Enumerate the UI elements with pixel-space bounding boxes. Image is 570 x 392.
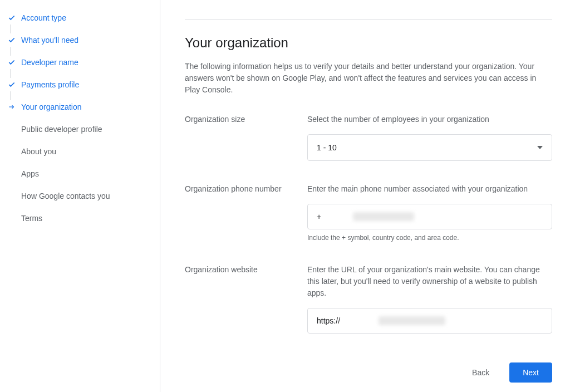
step-about-you[interactable]: About you: [0, 140, 160, 163]
wizard-sidebar: Account type What you'll need Developer …: [0, 0, 160, 392]
step-your-organization[interactable]: Your organization: [0, 96, 160, 118]
step-label: Public developer profile: [21, 125, 102, 134]
step-apps[interactable]: Apps: [0, 163, 160, 185]
organization-phone-input[interactable]: [307, 204, 552, 229]
organization-size-select[interactable]: 1 - 10: [307, 134, 552, 161]
check-icon: [8, 58, 21, 66]
next-button[interactable]: Next: [509, 362, 552, 383]
step-label: Terms: [21, 214, 42, 223]
step-public-developer-profile[interactable]: Public developer profile: [0, 118, 160, 140]
redacted-content: [379, 316, 445, 325]
divider: [185, 19, 552, 19]
field-label: Organization phone number: [185, 183, 307, 242]
page-description: The following information helps us to ve…: [185, 61, 552, 96]
step-account-type[interactable]: Account type: [0, 7, 160, 29]
field-description: Select the number of employees in your o…: [307, 114, 552, 125]
step-label: Apps: [21, 169, 39, 178]
select-value: 1 - 10: [317, 143, 537, 152]
step-label: Developer name: [21, 58, 78, 67]
check-icon: [8, 36, 21, 44]
step-label: How Google contacts you: [21, 192, 110, 200]
footer-actions: Back Next: [185, 349, 552, 392]
field-description: Enter the URL of your organization's mai…: [307, 264, 552, 299]
step-label: Payments profile: [21, 80, 79, 89]
step-how-google-contacts[interactable]: How Google contacts you: [0, 185, 160, 207]
step-terms[interactable]: Terms: [0, 207, 160, 229]
check-icon: [8, 14, 21, 22]
step-label: Account type: [21, 13, 66, 22]
step-label: What you'll need: [21, 36, 78, 45]
field-label: Organization website: [185, 264, 307, 334]
field-hint: Include the + symbol, country code, and …: [307, 234, 552, 242]
back-button[interactable]: Back: [459, 362, 503, 383]
step-label: Your organization: [21, 102, 81, 111]
page-title: Your organization: [185, 35, 552, 51]
redacted-content: [353, 212, 414, 221]
step-label: About you: [21, 147, 56, 156]
field-description: Enter the main phone number associated w…: [307, 183, 552, 195]
step-what-youll-need[interactable]: What you'll need: [0, 29, 160, 51]
field-organization-size: Organization size Select the number of e…: [185, 114, 552, 161]
field-organization-website: Organization website Enter the URL of yo…: [185, 264, 552, 334]
chevron-down-icon: [537, 146, 543, 149]
main-content: Your organization The following informat…: [160, 0, 570, 392]
arrow-right-icon: [8, 103, 21, 111]
field-label: Organization size: [185, 114, 307, 161]
field-organization-phone: Organization phone number Enter the main…: [185, 183, 552, 242]
step-payments-profile[interactable]: Payments profile: [0, 74, 160, 96]
check-icon: [8, 81, 21, 89]
step-developer-name[interactable]: Developer name: [0, 51, 160, 74]
